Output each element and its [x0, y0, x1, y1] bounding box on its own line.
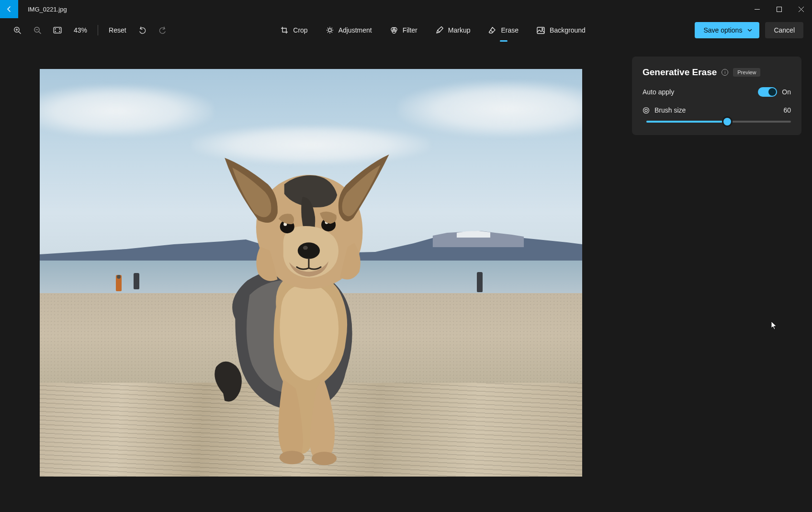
canvas-area [0, 42, 632, 512]
svg-point-19 [645, 109, 647, 111]
tab-label: Markup [448, 26, 471, 34]
brush-size-value: 60 [783, 106, 791, 114]
tab-adjustment[interactable]: Adjustment [326, 21, 372, 40]
chevron-down-icon [747, 27, 753, 33]
tab-label: Crop [293, 26, 307, 34]
main: Generative Erase i Preview Auto apply On… [0, 42, 812, 512]
target-icon [643, 107, 650, 114]
tab-label: Adjustment [338, 26, 372, 34]
separator [98, 25, 98, 35]
tab-background[interactable]: Background [537, 21, 586, 40]
erase-panel: Generative Erase i Preview Auto apply On… [632, 57, 801, 135]
tab-crop[interactable]: Crop [281, 21, 307, 40]
zoom-out-button[interactable] [29, 22, 46, 39]
svg-point-9 [542, 28, 543, 30]
tab-markup[interactable]: Markup [436, 21, 471, 40]
svg-point-10 [312, 452, 337, 465]
close-button[interactable] [790, 0, 812, 18]
tab-filter[interactable]: Filter [390, 21, 417, 40]
toolbar: 43% Reset Crop Adjustment Filter Markup … [0, 18, 812, 42]
auto-apply-state: On [782, 88, 791, 96]
svg-point-13 [303, 246, 308, 250]
undo-button[interactable] [134, 22, 151, 39]
brush-size-label: Brush size [654, 106, 686, 114]
svg-rect-0 [777, 7, 781, 11]
maximize-button[interactable] [768, 0, 790, 18]
zoom-percent: 43% [69, 26, 92, 34]
redo-button[interactable] [154, 22, 171, 39]
svg-point-18 [643, 107, 649, 113]
svg-point-11 [279, 451, 304, 464]
zoom-in-button[interactable] [9, 22, 26, 39]
reset-button[interactable]: Reset [104, 22, 131, 39]
back-button[interactable] [0, 0, 18, 18]
save-label: Save options [703, 26, 742, 34]
brush-size-slider[interactable] [643, 121, 791, 123]
tab-erase[interactable]: Erase [488, 21, 519, 40]
photo-person [477, 272, 483, 292]
fit-to-screen-button[interactable] [49, 22, 66, 39]
photo-person [134, 273, 139, 289]
side-panel-wrap: Generative Erase i Preview Auto apply On… [632, 42, 812, 512]
tool-tabs: Crop Adjustment Filter Markup Erase Back… [174, 21, 692, 40]
photo-person [116, 275, 122, 291]
tab-label: Filter [403, 26, 417, 34]
svg-rect-3 [54, 27, 61, 33]
auto-apply-toggle[interactable] [758, 87, 777, 97]
minimize-button[interactable] [746, 0, 768, 18]
save-options-button[interactable]: Save options [695, 22, 759, 38]
svg-point-4 [328, 29, 331, 32]
panel-title: Generative Erase [643, 67, 717, 78]
preview-badge: Preview [733, 68, 760, 77]
tab-label: Erase [501, 26, 519, 34]
info-icon[interactable]: i [722, 69, 728, 76]
cancel-button[interactable]: Cancel [765, 22, 803, 38]
svg-rect-8 [537, 27, 544, 34]
titlebar: IMG_0221.jpg [0, 0, 812, 18]
file-title: IMG_0221.jpg [28, 6, 67, 13]
photo-dog [202, 150, 413, 468]
auto-apply-label: Auto apply [643, 88, 674, 96]
svg-point-12 [297, 242, 319, 259]
image-canvas[interactable] [40, 69, 582, 477]
tab-label: Background [550, 26, 586, 34]
